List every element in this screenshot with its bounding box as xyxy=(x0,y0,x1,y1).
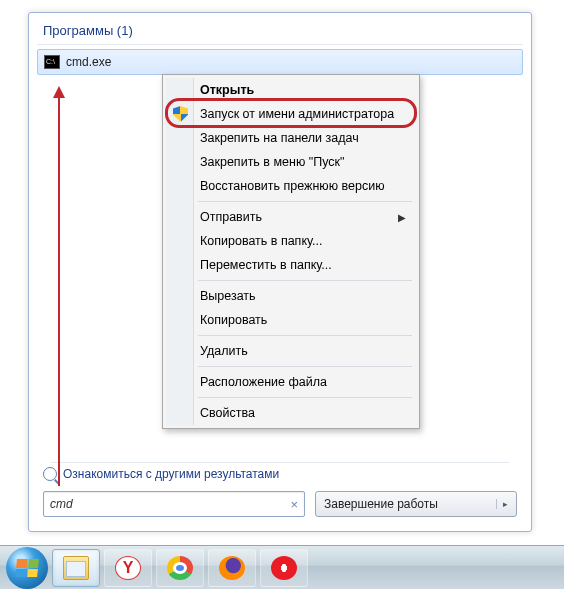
divider xyxy=(198,201,412,202)
explorer-icon xyxy=(63,556,89,580)
result-label: cmd.exe xyxy=(66,55,111,69)
firefox-icon xyxy=(219,556,245,580)
taskbar-chrome[interactable] xyxy=(156,549,204,587)
ctx-copy-to-folder[interactable]: Копировать в папку... xyxy=(166,229,416,253)
chevron-right-icon: ▶ xyxy=(398,212,406,223)
cmd-icon xyxy=(44,55,60,69)
annotation-arrow xyxy=(58,96,60,486)
search-input[interactable]: cmd × xyxy=(43,491,305,517)
taskbar-explorer[interactable] xyxy=(52,549,100,587)
divider xyxy=(198,335,412,336)
search-row: cmd × Завершение работы ▸ xyxy=(43,491,517,517)
opera-icon xyxy=(271,556,297,580)
divider xyxy=(198,366,412,367)
shutdown-button[interactable]: Завершение работы ▸ xyxy=(315,491,517,517)
ctx-properties[interactable]: Свойства xyxy=(166,401,416,425)
ctx-pin-start[interactable]: Закрепить в меню "Пуск" xyxy=(166,150,416,174)
start-button[interactable] xyxy=(6,547,48,589)
taskbar-firefox[interactable] xyxy=(208,549,256,587)
ctx-move-to-folder[interactable]: Переместить в папку... xyxy=(166,253,416,277)
ctx-open-location[interactable]: Расположение файла xyxy=(166,370,416,394)
clear-search-button[interactable]: × xyxy=(290,497,298,512)
ctx-pin-taskbar[interactable]: Закрепить на панели задач xyxy=(166,126,416,150)
section-title: Программы xyxy=(43,23,113,38)
ctx-run-as-admin[interactable]: Запуск от имени администратора xyxy=(166,102,416,126)
taskbar-yandex[interactable]: Y xyxy=(104,549,152,587)
search-value: cmd xyxy=(50,497,73,511)
shutdown-label: Завершение работы xyxy=(324,497,438,511)
shutdown-dropdown-arrow[interactable]: ▸ xyxy=(496,499,508,509)
section-header-programs: Программы (1) xyxy=(29,13,531,42)
taskbar: Y xyxy=(0,545,564,589)
ctx-send-to[interactable]: Отправить▶ xyxy=(166,205,416,229)
divider xyxy=(37,44,523,45)
ctx-copy[interactable]: Копировать xyxy=(166,308,416,332)
search-result-cmd[interactable]: cmd.exe xyxy=(37,49,523,75)
ctx-delete[interactable]: Удалить xyxy=(166,339,416,363)
taskbar-opera[interactable] xyxy=(260,549,308,587)
ctx-open[interactable]: Открыть xyxy=(166,78,416,102)
context-menu: Открыть Запуск от имени администратора З… xyxy=(162,74,420,429)
divider xyxy=(198,397,412,398)
more-results-link[interactable]: Ознакомиться с другими результатами xyxy=(43,467,517,481)
windows-logo-icon xyxy=(15,559,39,577)
ctx-cut[interactable]: Вырезать xyxy=(166,284,416,308)
chrome-icon xyxy=(167,556,193,580)
divider xyxy=(198,280,412,281)
shield-icon xyxy=(173,106,188,122)
section-count: (1) xyxy=(117,23,133,38)
more-results-label: Ознакомиться с другими результатами xyxy=(63,467,279,481)
yandex-icon: Y xyxy=(115,556,141,580)
ctx-restore-previous[interactable]: Восстановить прежнюю версию xyxy=(166,174,416,198)
panel-footer: Ознакомиться с другими результатами cmd … xyxy=(29,452,531,531)
divider xyxy=(51,462,509,463)
search-icon xyxy=(43,467,57,481)
